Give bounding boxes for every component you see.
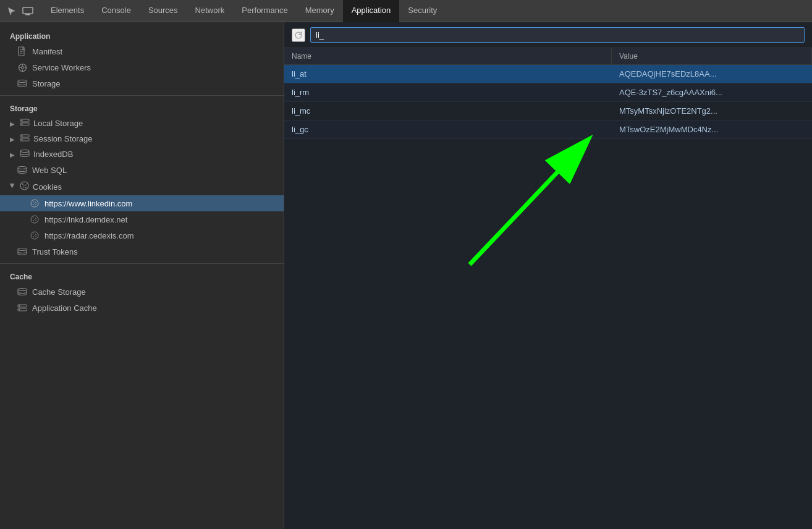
svg-point-39 [34, 235, 35, 235]
svg-rect-1 [25, 14, 30, 15]
local-storage-arrow: ▶ [10, 121, 16, 127]
cookie-url3-icon [30, 231, 40, 240]
cell-value-1: AQE-3zTS7_z6cgAAAXni6... [612, 83, 812, 101]
search-bar [284, 22, 812, 48]
search-input[interactable] [310, 27, 805, 43]
indexeddb-arrow: ▶ [10, 151, 16, 158]
right-panel: Name Value li_at AQEDAQjHE7sEDzL8AA... l… [284, 22, 812, 529]
sidebar-item-linkedin[interactable]: https://www.linkedin.com [0, 195, 284, 211]
svg-point-41 [18, 289, 27, 291]
divider-2 [0, 263, 284, 264]
tab-bar: Elements Console Sources Network Perform… [0, 0, 812, 22]
svg-point-25 [33, 204, 34, 205]
svg-point-19 [23, 187, 24, 188]
toolbar-icons [5, 4, 35, 18]
sidebar-item-cache-storage[interactable]: Cache Storage [0, 284, 284, 300]
table-container: Name Value li_at AQEDAQjHE7sEDzL8AA... l… [284, 48, 812, 529]
application-section-title: Application [0, 27, 284, 43]
cell-value-0: AQEDAQjHE7sEDzL8AA... [612, 65, 812, 83]
storage-main-icon [17, 78, 27, 88]
svg-rect-8 [22, 120, 23, 121]
svg-point-14 [20, 150, 29, 153]
tab-memory[interactable]: Memory [297, 0, 343, 22]
sidebar-item-demdex[interactable]: https://lnkd.demdex.net [0, 211, 284, 227]
table-row[interactable]: li_rm AQE-3zTS7_z6cgAAAXni6... [284, 83, 812, 102]
session-storage-icon [20, 134, 30, 143]
sidebar-item-manifest[interactable]: Manifest [0, 43, 284, 59]
svg-rect-12 [22, 135, 23, 137]
table-row[interactable]: li_at AQEDAQjHE7sEDzL8AA... [284, 65, 812, 83]
svg-point-23 [33, 201, 34, 203]
svg-point-32 [35, 220, 36, 221]
cookies-group[interactable]: ▶ Cookies [0, 178, 284, 195]
svg-point-21 [23, 185, 24, 186]
tab-performance[interactable]: Performance [233, 0, 296, 22]
table-row[interactable]: li_gc MTswOzE2MjMwMDc4Nz... [284, 121, 812, 139]
storage-section-title: Storage [0, 99, 284, 116]
cursor-icon[interactable] [5, 4, 19, 18]
svg-point-33 [34, 219, 35, 219]
cell-name-2: li_mc [284, 102, 612, 120]
sidebar-item-cedexis[interactable]: https://radar.cedexis.com [0, 227, 284, 243]
svg-point-30 [35, 218, 36, 219]
svg-point-5 [18, 80, 27, 83]
tab-sources[interactable]: Sources [140, 0, 187, 22]
svg-point-31 [33, 220, 34, 221]
cookies-icon [20, 181, 29, 192]
col-value: Value [612, 48, 812, 64]
svg-rect-44 [19, 305, 20, 307]
cell-value-3: MTswOzE2MjMwMDc4Nz... [612, 121, 812, 138]
cell-name-0: li_at [284, 65, 612, 83]
table-header: Name Value [284, 48, 812, 65]
svg-point-15 [18, 167, 27, 169]
tab-security[interactable]: Security [399, 0, 446, 22]
table-body: li_at AQEDAQjHE7sEDzL8AA... li_rm AQE-3z… [284, 65, 812, 529]
session-storage-group[interactable]: ▶ Session Storage [0, 131, 284, 146]
svg-point-17 [22, 184, 23, 185]
manifest-icon [17, 46, 27, 56]
service-workers-icon [17, 62, 27, 72]
sidebar-item-storage-main[interactable]: Storage [0, 75, 284, 91]
svg-point-35 [33, 234, 34, 235]
svg-point-38 [35, 236, 36, 237]
svg-point-37 [33, 236, 34, 237]
sidebar-item-service-workers[interactable]: Service Workers [0, 59, 284, 75]
cell-name-1: li_rm [284, 83, 612, 101]
cell-name-3: li_gc [284, 121, 612, 138]
device-icon[interactable] [21, 4, 35, 18]
sidebar-item-app-cache[interactable]: Application Cache [0, 300, 284, 316]
svg-point-29 [33, 218, 34, 219]
svg-rect-45 [19, 309, 20, 310]
cache-storage-icon [17, 287, 27, 297]
svg-point-18 [25, 184, 27, 185]
sidebar-item-trust-tokens[interactable]: Trust Tokens [0, 243, 284, 260]
sidebar-item-websql[interactable]: Web SQL [0, 162, 284, 178]
indexeddb-group[interactable]: ▶ IndexedDB [0, 146, 284, 162]
svg-point-27 [34, 203, 35, 203]
session-storage-arrow: ▶ [10, 136, 16, 142]
table-row[interactable]: li_mc MTsyMTsxNjlzOTE2NTg2... [284, 102, 812, 121]
indexeddb-icon [20, 150, 30, 159]
trust-tokens-icon [17, 247, 27, 256]
svg-rect-9 [22, 124, 23, 125]
cell-value-2: MTsyMTsxNjlzOTE2NTg2... [612, 102, 812, 120]
svg-point-4 [21, 66, 23, 69]
local-storage-group[interactable]: ▶ Local Storage [0, 116, 284, 131]
main-layout: Application Manifest Service Workers [0, 22, 812, 529]
divider-1 [0, 95, 284, 96]
tab-network[interactable]: Network [187, 0, 234, 22]
svg-point-36 [35, 234, 36, 235]
tab-application[interactable]: Application [343, 0, 400, 22]
svg-point-24 [35, 202, 36, 203]
websql-icon [17, 165, 27, 175]
cookie-url1-icon [30, 198, 40, 208]
tab-console[interactable]: Console [93, 0, 140, 22]
col-name: Name [284, 48, 612, 64]
svg-point-40 [18, 248, 27, 251]
tab-elements[interactable]: Elements [42, 0, 93, 22]
svg-point-20 [25, 187, 27, 188]
local-storage-icon [20, 119, 30, 128]
cookies-arrow: ▶ [10, 184, 16, 190]
refresh-button[interactable] [292, 28, 305, 42]
cookie-url2-icon [30, 214, 40, 224]
